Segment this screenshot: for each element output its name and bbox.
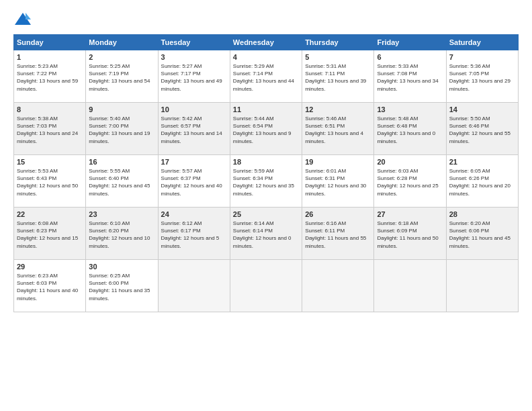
day-number: 24 xyxy=(161,210,227,218)
day-info: Sunrise: 6:23 AMSunset: 6:03 PMDaylight:… xyxy=(17,272,83,302)
calendar-cell: 10Sunrise: 5:42 AMSunset: 6:57 PMDayligh… xyxy=(158,103,230,155)
day-number: 29 xyxy=(17,263,83,271)
weekday-header-row: SundayMondayTuesdayWednesdayThursdayFrid… xyxy=(14,35,519,50)
day-number: 5 xyxy=(305,53,371,61)
day-number: 14 xyxy=(449,105,515,113)
calendar-cell: 21Sunrise: 6:05 AMSunset: 6:26 PMDayligh… xyxy=(446,155,518,208)
calendar-cell: 16Sunrise: 5:55 AMSunset: 6:40 PMDayligh… xyxy=(86,155,158,208)
calendar-cell: 11Sunrise: 5:44 AMSunset: 6:54 PMDayligh… xyxy=(230,103,302,155)
day-info: Sunrise: 5:27 AMSunset: 7:17 PMDaylight:… xyxy=(161,62,227,93)
day-info: Sunrise: 5:44 AMSunset: 6:54 PMDaylight:… xyxy=(233,115,299,145)
calendar-cell xyxy=(374,260,446,312)
calendar-cell: 28Sunrise: 6:20 AMSunset: 6:06 PMDayligh… xyxy=(446,208,518,260)
day-info: Sunrise: 6:05 AMSunset: 6:26 PMDaylight:… xyxy=(449,167,515,197)
calendar-cell: 1Sunrise: 5:23 AMSunset: 7:22 PMDaylight… xyxy=(14,50,86,103)
week-row-3: 15Sunrise: 5:53 AMSunset: 6:43 PMDayligh… xyxy=(14,155,519,208)
day-info: Sunrise: 5:50 AMSunset: 6:46 PMDaylight:… xyxy=(449,115,515,145)
calendar-cell: 30Sunrise: 6:25 AMSunset: 6:00 PMDayligh… xyxy=(86,260,158,312)
day-number: 13 xyxy=(377,105,443,113)
day-number: 19 xyxy=(305,158,371,166)
day-info: Sunrise: 6:08 AMSunset: 6:23 PMDaylight:… xyxy=(17,220,83,250)
day-info: Sunrise: 5:38 AMSunset: 7:03 PMDaylight:… xyxy=(17,115,83,145)
day-number: 12 xyxy=(305,105,371,113)
day-number: 7 xyxy=(449,53,515,61)
logo-icon xyxy=(13,10,32,29)
day-number: 28 xyxy=(449,210,515,218)
day-number: 22 xyxy=(17,210,83,218)
calendar-cell: 27Sunrise: 6:18 AMSunset: 6:09 PMDayligh… xyxy=(374,208,446,260)
day-number: 25 xyxy=(233,210,299,218)
svg-marker-1 xyxy=(26,13,31,19)
day-info: Sunrise: 5:57 AMSunset: 6:37 PMDaylight:… xyxy=(161,167,227,197)
day-number: 23 xyxy=(89,210,154,218)
day-info: Sunrise: 5:55 AMSunset: 6:40 PMDaylight:… xyxy=(89,167,154,197)
calendar-cell: 17Sunrise: 5:57 AMSunset: 6:37 PMDayligh… xyxy=(158,155,230,208)
calendar-cell xyxy=(230,260,302,312)
calendar-cell: 2Sunrise: 5:25 AMSunset: 7:19 PMDaylight… xyxy=(86,50,158,103)
calendar-cell: 13Sunrise: 5:48 AMSunset: 6:48 PMDayligh… xyxy=(374,103,446,155)
page: SundayMondayTuesdayWednesdayThursdayFrid… xyxy=(0,0,532,411)
day-info: Sunrise: 6:20 AMSunset: 6:06 PMDaylight:… xyxy=(449,220,515,250)
logo xyxy=(13,10,35,29)
day-number: 11 xyxy=(233,105,299,113)
day-info: Sunrise: 6:25 AMSunset: 6:00 PMDaylight:… xyxy=(89,272,154,302)
weekday-monday: Monday xyxy=(86,35,158,50)
calendar-table: SundayMondayTuesdayWednesdayThursdayFrid… xyxy=(13,34,519,312)
calendar-cell: 9Sunrise: 5:40 AMSunset: 7:00 PMDaylight… xyxy=(86,103,158,155)
day-number: 9 xyxy=(89,105,154,113)
calendar-cell: 20Sunrise: 6:03 AMSunset: 6:28 PMDayligh… xyxy=(374,155,446,208)
day-number: 8 xyxy=(17,105,83,113)
calendar-cell: 4Sunrise: 5:29 AMSunset: 7:14 PMDaylight… xyxy=(230,50,302,103)
weekday-wednesday: Wednesday xyxy=(230,35,302,50)
calendar-cell: 29Sunrise: 6:23 AMSunset: 6:03 PMDayligh… xyxy=(14,260,86,312)
calendar-cell: 15Sunrise: 5:53 AMSunset: 6:43 PMDayligh… xyxy=(14,155,86,208)
calendar-cell xyxy=(446,260,518,312)
week-row-2: 8Sunrise: 5:38 AMSunset: 7:03 PMDaylight… xyxy=(14,103,519,155)
day-number: 18 xyxy=(233,158,299,166)
day-info: Sunrise: 5:48 AMSunset: 6:48 PMDaylight:… xyxy=(377,115,443,145)
day-number: 4 xyxy=(233,53,299,61)
calendar-cell: 26Sunrise: 6:16 AMSunset: 6:11 PMDayligh… xyxy=(302,208,374,260)
calendar-cell xyxy=(302,260,374,312)
day-number: 21 xyxy=(449,158,515,166)
day-number: 6 xyxy=(377,53,443,61)
weekday-thursday: Thursday xyxy=(302,35,374,50)
day-number: 2 xyxy=(89,53,154,61)
day-number: 16 xyxy=(89,158,154,166)
calendar-cell: 25Sunrise: 6:14 AMSunset: 6:14 PMDayligh… xyxy=(230,208,302,260)
day-info: Sunrise: 5:33 AMSunset: 7:08 PMDaylight:… xyxy=(377,62,443,93)
calendar-cell: 3Sunrise: 5:27 AMSunset: 7:17 PMDaylight… xyxy=(158,50,230,103)
day-info: Sunrise: 6:16 AMSunset: 6:11 PMDaylight:… xyxy=(305,220,371,250)
day-info: Sunrise: 5:53 AMSunset: 6:43 PMDaylight:… xyxy=(17,167,83,197)
day-info: Sunrise: 5:36 AMSunset: 7:05 PMDaylight:… xyxy=(449,62,515,93)
week-row-4: 22Sunrise: 6:08 AMSunset: 6:23 PMDayligh… xyxy=(14,208,519,260)
day-number: 10 xyxy=(161,105,227,113)
day-info: Sunrise: 5:23 AMSunset: 7:22 PMDaylight:… xyxy=(17,62,83,93)
weekday-saturday: Saturday xyxy=(446,35,518,50)
day-number: 20 xyxy=(377,158,443,166)
day-info: Sunrise: 5:59 AMSunset: 6:34 PMDaylight:… xyxy=(233,167,299,197)
day-info: Sunrise: 5:31 AMSunset: 7:11 PMDaylight:… xyxy=(305,62,371,93)
day-info: Sunrise: 6:18 AMSunset: 6:09 PMDaylight:… xyxy=(377,220,443,250)
week-row-1: 1Sunrise: 5:23 AMSunset: 7:22 PMDaylight… xyxy=(14,50,519,103)
weekday-friday: Friday xyxy=(374,35,446,50)
calendar-cell: 6Sunrise: 5:33 AMSunset: 7:08 PMDaylight… xyxy=(374,50,446,103)
day-info: Sunrise: 6:12 AMSunset: 6:17 PMDaylight:… xyxy=(161,220,227,250)
weekday-tuesday: Tuesday xyxy=(158,35,230,50)
day-number: 30 xyxy=(89,263,154,271)
day-number: 17 xyxy=(161,158,227,166)
calendar-cell: 18Sunrise: 5:59 AMSunset: 6:34 PMDayligh… xyxy=(230,155,302,208)
day-number: 26 xyxy=(305,210,371,218)
day-number: 15 xyxy=(17,158,83,166)
calendar-cell: 24Sunrise: 6:12 AMSunset: 6:17 PMDayligh… xyxy=(158,208,230,260)
day-number: 27 xyxy=(377,210,443,218)
calendar-cell: 5Sunrise: 5:31 AMSunset: 7:11 PMDaylight… xyxy=(302,50,374,103)
day-info: Sunrise: 6:01 AMSunset: 6:31 PMDaylight:… xyxy=(305,167,371,197)
day-info: Sunrise: 5:40 AMSunset: 7:00 PMDaylight:… xyxy=(89,115,154,145)
calendar-cell: 7Sunrise: 5:36 AMSunset: 7:05 PMDaylight… xyxy=(446,50,518,103)
calendar-cell: 8Sunrise: 5:38 AMSunset: 7:03 PMDaylight… xyxy=(14,103,86,155)
day-info: Sunrise: 5:29 AMSunset: 7:14 PMDaylight:… xyxy=(233,62,299,93)
calendar-cell: 19Sunrise: 6:01 AMSunset: 6:31 PMDayligh… xyxy=(302,155,374,208)
day-info: Sunrise: 6:10 AMSunset: 6:20 PMDaylight:… xyxy=(89,220,154,250)
day-info: Sunrise: 6:03 AMSunset: 6:28 PMDaylight:… xyxy=(377,167,443,197)
